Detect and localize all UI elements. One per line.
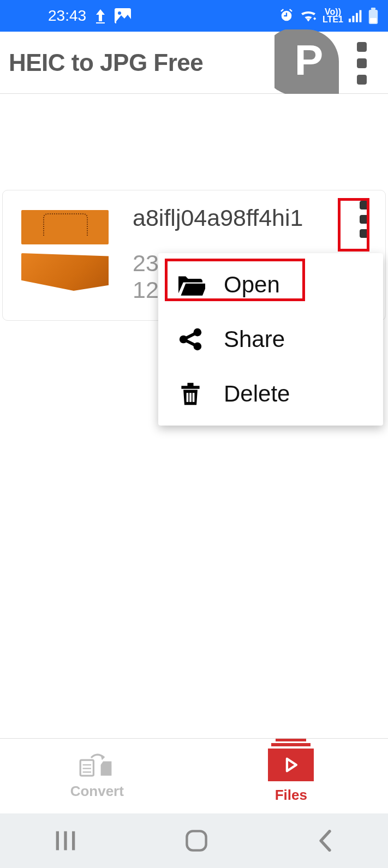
status-time: 23:43 <box>48 7 86 25</box>
menu-share-label: Share <box>224 326 285 352</box>
convert-icon <box>79 752 115 777</box>
svg-rect-6 <box>371 8 375 10</box>
recent-apps-button[interactable] <box>53 830 77 852</box>
file-meta-line2: 12 <box>133 277 159 303</box>
home-button[interactable] <box>184 829 208 853</box>
svg-rect-8 <box>370 18 377 23</box>
folder-open-icon <box>176 273 205 297</box>
app-bar: HEIC to JPG Free P <box>0 32 388 94</box>
app-title: HEIC to JPG Free <box>9 49 203 76</box>
svg-rect-13 <box>187 393 189 402</box>
svg-rect-15 <box>193 393 195 402</box>
app-menu-button[interactable] <box>345 41 378 85</box>
context-menu: Open Share Delete <box>158 253 383 426</box>
file-name: a8iflj04a98ff4hi1 <box>133 205 303 231</box>
menu-delete[interactable]: Delete <box>158 367 383 421</box>
svg-rect-14 <box>189 393 192 402</box>
tab-files[interactable]: Files <box>194 739 389 813</box>
svg-rect-3 <box>353 16 355 22</box>
tab-files-label: Files <box>275 787 307 804</box>
svg-rect-2 <box>349 19 351 22</box>
android-nav <box>0 813 388 868</box>
alarm-icon <box>279 8 294 23</box>
files-icon <box>268 749 314 781</box>
menu-open-label: Open <box>224 272 280 298</box>
menu-delete-label: Delete <box>224 381 290 407</box>
svg-rect-23 <box>187 831 206 850</box>
signal-icon <box>349 9 363 22</box>
svg-rect-5 <box>360 10 362 22</box>
file-thumbnail <box>21 210 109 291</box>
svg-point-1 <box>118 11 121 15</box>
p-logo: P <box>274 29 339 94</box>
svg-rect-4 <box>356 13 358 22</box>
share-icon <box>176 327 205 351</box>
tab-convert-label: Convert <box>70 783 124 800</box>
battery-icon <box>368 8 378 24</box>
file-menu-button[interactable] <box>350 197 378 242</box>
status-network: LTE1 <box>323 16 343 23</box>
trash-icon <box>176 381 205 407</box>
menu-share[interactable]: Share <box>158 312 383 367</box>
image-icon <box>115 8 131 23</box>
svg-text:P: P <box>295 36 323 84</box>
wifi-icon <box>300 9 317 23</box>
status-bar: 23:43 Vo)) LTE1 <box>0 0 388 32</box>
upload-icon <box>94 8 107 23</box>
bottom-tabs: Convert Files <box>0 738 388 813</box>
file-meta-line1: 23 <box>133 250 159 276</box>
back-button[interactable] <box>316 830 335 852</box>
menu-open[interactable]: Open <box>158 258 383 312</box>
tab-convert[interactable]: Convert <box>0 739 194 813</box>
